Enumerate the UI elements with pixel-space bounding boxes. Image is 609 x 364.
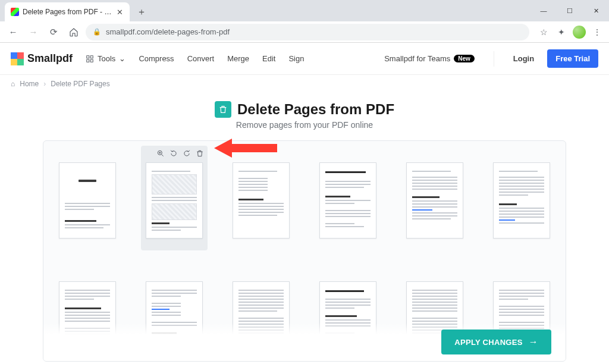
url-input[interactable]: 🔒 smallpdf.com/delete-pages-from-pdf [86, 24, 529, 40]
svg-rect-3 [90, 59, 93, 62]
nav-sign[interactable]: Sign [288, 54, 304, 63]
page-toolbar [156, 149, 204, 158]
rotate-left-icon[interactable] [169, 149, 178, 158]
lock-icon: 🔒 [93, 28, 101, 36]
nav-compress[interactable]: Compress [139, 54, 174, 63]
chevron-down-icon: ⌄ [119, 54, 125, 63]
arrow-right-icon: → [529, 337, 538, 347]
window-controls: ― ☐ ✕ [530, 0, 609, 21]
logo-mark-icon [11, 52, 24, 65]
brand-logo[interactable]: Smallpdf [11, 52, 73, 65]
browser-address-bar: ← → ⟳ 🔒 smallpdf.com/delete-pages-from-p… [0, 21, 609, 43]
page-thumb-5[interactable] [401, 146, 468, 250]
browser-tab[interactable]: Delete Pages from PDF - Remov… ✕ [5, 2, 130, 21]
nav-edit[interactable]: Edit [262, 54, 275, 63]
free-trial-button[interactable]: Free Trial [547, 49, 598, 68]
browser-title-bar: Delete Pages from PDF - Remov… ✕ ＋ ― ☐ ✕ [0, 0, 609, 21]
page-thumb-6[interactable] [488, 146, 555, 250]
login-link[interactable]: Login [513, 54, 534, 63]
reload-button[interactable]: ⟳ [45, 24, 62, 40]
apply-changes-button[interactable]: APPLY CHANGES → [441, 330, 551, 354]
site-header: Smallpdf Tools ⌄ Compress Convert Merge … [0, 43, 609, 75]
breadcrumb: ⌂ Home › Delete PDF Pages [0, 75, 609, 93]
crumb-current: Delete PDF Pages [51, 80, 109, 88]
nav-convert[interactable]: Convert [187, 54, 215, 63]
browser-menu-icon[interactable]: ⋮ [590, 25, 604, 39]
close-window-icon[interactable]: ✕ [583, 0, 609, 21]
brand-name: Smallpdf [27, 52, 73, 65]
page-title: Delete Pages from PDF [237, 101, 394, 118]
back-button[interactable]: ← [5, 24, 21, 40]
nav-merge[interactable]: Merge [227, 54, 249, 63]
svg-rect-0 [87, 55, 89, 58]
forward-button[interactable]: → [25, 24, 42, 40]
page-hero: Delete Pages from PDF Remove pages from … [0, 93, 609, 136]
rotate-right-icon[interactable] [183, 149, 191, 158]
profile-avatar[interactable] [572, 25, 586, 39]
tab-title: Delete Pages from PDF - Remov… [23, 8, 112, 16]
page-subtitle: Remove pages from your PDF online [0, 120, 609, 130]
svg-rect-1 [90, 55, 93, 58]
home-button[interactable] [65, 24, 82, 40]
svg-rect-2 [87, 59, 89, 62]
home-icon[interactable]: ⌂ [11, 80, 15, 88]
apply-bar: APPLY CHANGES → [43, 323, 566, 361]
zoom-in-icon[interactable] [156, 149, 165, 158]
crumb-separator: › [43, 80, 46, 88]
new-tab-button[interactable]: ＋ [133, 4, 150, 20]
apply-label: APPLY CHANGES [454, 338, 522, 347]
page-thumb-3[interactable] [228, 146, 294, 250]
teams-label: Smallpdf for Teams [384, 54, 450, 63]
tools-label: Tools [98, 54, 115, 63]
favicon-icon [11, 8, 19, 16]
teams-link[interactable]: Smallpdf for Teams New [384, 54, 475, 63]
svg-line-5 [162, 155, 164, 156]
new-badge: New [454, 55, 475, 62]
page-grid-workspace: APPLY CHANGES → [43, 140, 566, 362]
divider [494, 51, 494, 67]
minimize-icon[interactable]: ― [530, 0, 557, 21]
page-thumb-1[interactable] [54, 146, 121, 250]
bookmark-star-icon[interactable]: ☆ [536, 25, 551, 39]
crumb-home[interactable]: Home [20, 80, 39, 88]
maximize-icon[interactable]: ☐ [557, 0, 583, 21]
page-thumb-4[interactable] [315, 146, 381, 250]
close-tab-icon[interactable]: ✕ [115, 8, 124, 16]
tools-menu[interactable]: Tools ⌄ [86, 54, 125, 63]
trash-badge-icon [215, 101, 231, 118]
trash-icon[interactable] [196, 149, 204, 158]
page-thumb-2[interactable] [141, 146, 208, 250]
url-text: smallpdf.com/delete-pages-from-pdf [106, 27, 230, 36]
extensions-icon[interactable]: ✦ [554, 25, 569, 39]
